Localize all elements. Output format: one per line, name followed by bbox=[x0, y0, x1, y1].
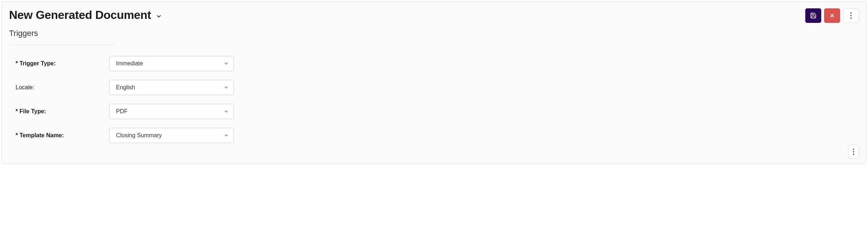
document-panel: New Generated Document bbox=[1, 1, 867, 164]
save-icon bbox=[810, 12, 817, 19]
more-actions-button[interactable] bbox=[843, 8, 859, 23]
save-button[interactable] bbox=[805, 8, 821, 23]
select-template-name[interactable]: Closing Summary bbox=[109, 128, 234, 143]
chevron-down-icon[interactable] bbox=[156, 11, 162, 20]
cancel-button[interactable] bbox=[824, 8, 840, 23]
row-locale: Locale: English bbox=[16, 80, 859, 95]
title-group: New Generated Document bbox=[9, 8, 162, 22]
select-value-file-type: PDF bbox=[109, 104, 234, 119]
select-value-locale: English bbox=[109, 80, 234, 95]
select-value-trigger-type: Immediate bbox=[109, 56, 234, 71]
form-area: * Trigger Type: Immediate Locale: Englis… bbox=[9, 56, 859, 143]
svg-point-4 bbox=[850, 17, 852, 19]
select-locale[interactable]: English bbox=[109, 80, 234, 95]
row-template-name: * Template Name: Closing Summary bbox=[16, 128, 859, 143]
select-trigger-type[interactable]: Immediate bbox=[109, 56, 234, 71]
row-trigger-type: * Trigger Type: Immediate bbox=[16, 56, 859, 71]
label-trigger-type: * Trigger Type: bbox=[16, 60, 109, 67]
svg-point-3 bbox=[850, 15, 852, 16]
svg-point-6 bbox=[853, 151, 854, 153]
svg-point-5 bbox=[853, 149, 854, 150]
label-locale: Locale: bbox=[16, 84, 109, 91]
select-value-template-name: Closing Summary bbox=[109, 128, 234, 143]
kebab-icon bbox=[853, 149, 854, 155]
svg-point-2 bbox=[850, 12, 852, 14]
action-buttons bbox=[805, 8, 859, 23]
panel-more-button[interactable] bbox=[848, 145, 859, 159]
close-icon bbox=[829, 13, 835, 19]
section-title: Triggers bbox=[9, 29, 859, 38]
label-file-type: * File Type: bbox=[16, 108, 109, 115]
row-file-type: * File Type: PDF bbox=[16, 104, 859, 119]
label-template-name: * Template Name: bbox=[16, 132, 109, 139]
svg-point-7 bbox=[853, 154, 854, 155]
header-row: New Generated Document bbox=[9, 8, 859, 23]
kebab-icon bbox=[850, 12, 852, 19]
select-file-type[interactable]: PDF bbox=[109, 104, 234, 119]
page-title: New Generated Document bbox=[9, 8, 151, 22]
section-divider bbox=[9, 45, 114, 45]
